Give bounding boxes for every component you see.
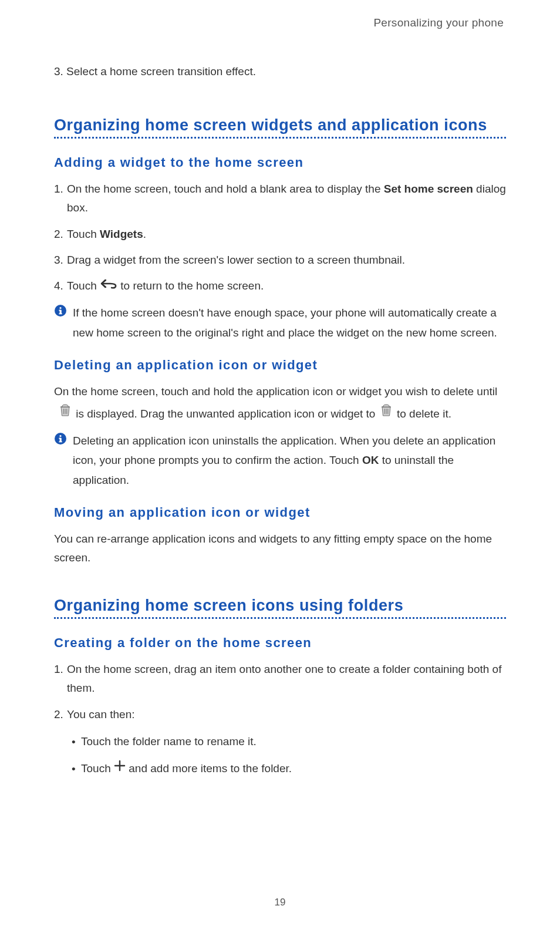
list-text: Touch and add more items to the folder. [81, 759, 506, 779]
list-text: On the home screen, drag an item onto an… [67, 660, 506, 698]
info-icon [54, 431, 73, 490]
list-text: Touch to return to the home screen. [67, 277, 506, 296]
section1-sub3-title: Moving an application icon or widget [54, 505, 506, 520]
s2s1-sublist: • Touch the folder name to rename it. • … [54, 732, 506, 779]
text-run: is displayed. Drag the unwanted applicat… [76, 408, 378, 420]
chapter-title: Personalizing your phone [54, 16, 506, 29]
section2-title: Organizing home screen icons using folde… [54, 595, 506, 616]
page-root: Personalizing your phone 3. Select a hom… [0, 0, 560, 926]
svg-rect-8 [59, 438, 60, 439]
trash-icon [60, 404, 70, 423]
back-icon [100, 276, 117, 295]
list-text: You can then: [67, 705, 506, 724]
section2-divider [54, 617, 506, 619]
text-run: to delete it. [397, 408, 451, 420]
s1s1-info: If the home screen doesn't have enough s… [54, 303, 506, 342]
s1s2-info: Deleting an application icon uninstalls … [54, 431, 506, 490]
list-text: Touch Widgets. [67, 225, 506, 244]
s1s2-lead: On the home screen, touch and hold the a… [54, 382, 506, 401]
bold-run: Set home screen [384, 183, 473, 195]
list-number: 3. [54, 251, 67, 270]
svg-rect-4 [59, 314, 62, 315]
section1-sub2-title: Deleting an application icon or widget [54, 358, 506, 373]
list-number: 2. [54, 225, 67, 244]
bold-run: Widgets [100, 228, 143, 240]
text-run: Touch [67, 228, 100, 240]
bullet-icon: • [72, 760, 81, 779]
s2s1-item1: 1. On the home screen, drag an item onto… [54, 660, 506, 698]
list-text: On the home screen, touch and hold a bla… [67, 180, 506, 218]
info-icon [54, 303, 73, 342]
plus-icon [114, 759, 126, 777]
section1-divider [54, 137, 506, 139]
text-run: and add more items to the folder. [129, 762, 292, 775]
list-number: 1. [54, 180, 67, 218]
list-number: 4. [54, 277, 67, 296]
page-number: 19 [0, 897, 560, 908]
text-run: . [143, 228, 146, 240]
list-item: • Touch the folder name to rename it. [72, 732, 506, 751]
info-text: If the home screen doesn't have enough s… [73, 303, 506, 342]
s1s2-line2: is displayed. Drag the unwanted applicat… [54, 405, 506, 424]
section2-sub1-title: Creating a folder on the home screen [54, 635, 506, 651]
list-number: 1. [54, 660, 67, 698]
s1s1-item3: 3. Drag a widget from the screen's lower… [54, 251, 506, 270]
bullet-icon: • [72, 733, 81, 752]
intro-step-3: 3. Select a home screen transition effec… [54, 63, 506, 80]
svg-point-1 [59, 307, 61, 309]
info-text: Deleting an application icon uninstalls … [73, 431, 506, 490]
list-text: Drag a widget from the screen's lower se… [67, 251, 506, 270]
list-text: Touch the folder name to rename it. [81, 732, 506, 751]
text-run: Touch [81, 762, 114, 775]
text-run: Touch [67, 280, 100, 292]
bold-run: OK [362, 454, 379, 466]
s1s3-text: You can re-arrange application icons and… [54, 530, 506, 568]
trash-icon [381, 404, 392, 423]
svg-rect-3 [59, 310, 60, 311]
text-run: On the home screen, touch and hold a bla… [67, 183, 384, 195]
svg-rect-9 [59, 442, 62, 443]
svg-point-6 [59, 435, 61, 437]
section1-sub1-title: Adding a widget to the home screen [54, 155, 506, 170]
s1s1-item1: 1. On the home screen, touch and hold a … [54, 180, 506, 218]
s1s1-item2: 2. Touch Widgets. [54, 225, 506, 244]
section1-title: Organizing home screen widgets and appli… [54, 115, 506, 136]
list-number: 2. [54, 705, 67, 724]
s1s1-item4: 4. Touch to return to the home screen. [54, 277, 506, 296]
text-run: to return to the home screen. [120, 280, 264, 292]
s2s1-item2: 2. You can then: [54, 705, 506, 724]
list-item: • Touch and add more items to the folder… [72, 759, 506, 779]
